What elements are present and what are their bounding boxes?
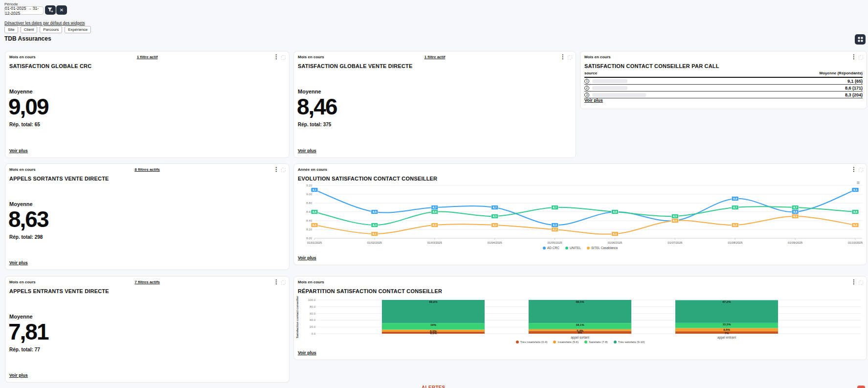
legend-item[interactable]: AD CRC: [543, 246, 559, 250]
active-filters-link[interactable]: 1 filtre actif: [137, 55, 158, 59]
point-label: 8,3: [853, 224, 857, 227]
segment-label: 7%: [725, 332, 729, 335]
tag-list: Site Client Parcours Expérience: [4, 26, 91, 33]
point-label: 8,7: [433, 206, 437, 209]
table-row[interactable]: 3 8,3 (204): [584, 91, 863, 98]
drag-handle-icon[interactable]: [859, 55, 863, 60]
card-satisfaction-par-call: Mois en cours ⋮ SATISFACTION CONTACT CON…: [580, 51, 867, 109]
stacked-bar-chart: 100.080.060.040.020.00.0Satisfaction con…: [294, 276, 868, 340]
point-label: 8,1: [613, 232, 617, 235]
legend-dot-icon: [543, 247, 546, 250]
tag-parcours[interactable]: Parcours: [40, 26, 62, 33]
legend-item[interactable]: Très insatisfaits (0-4): [516, 341, 548, 343]
point-label: 8,6: [613, 210, 617, 213]
drag-handle-icon[interactable]: [281, 168, 286, 172]
active-filters-link[interactable]: 1 filtre actif: [424, 55, 445, 59]
card-menu-icon[interactable]: ⋮: [851, 54, 857, 59]
voir-plus-link[interactable]: Voir plus: [9, 373, 28, 378]
voir-plus-link[interactable]: Voir plus: [584, 98, 603, 103]
point-label: 8,6: [433, 210, 437, 213]
card-title: APPELS ENTRANTS VENTE DIRECTE: [9, 288, 109, 294]
segment-label: 18,1%: [576, 323, 584, 326]
metric-total: Rép. total: 298: [9, 234, 43, 240]
card-satisfaction-crc: Mois en cours 1 filtre actif ⋮ SATISFACT…: [5, 51, 289, 158]
close-icon: ✕: [60, 7, 64, 13]
drag-handle-icon[interactable]: [568, 55, 572, 60]
voir-plus-link[interactable]: Voir plus: [9, 148, 28, 153]
point-label: 8,3: [312, 224, 316, 227]
legend-item[interactable]: UNITEL: [565, 246, 581, 250]
table-row[interactable]: 1 9,1 (65): [584, 78, 863, 85]
redacted-source-name: [592, 79, 627, 83]
x-category-label: appel sortant: [571, 336, 589, 340]
x-tick-label: 01/03/2025: [427, 241, 443, 244]
segment-label: 67,2%: [722, 300, 731, 303]
voir-plus-link[interactable]: Voir plus: [298, 350, 316, 355]
table-row[interactable]: 2 8,6 (171): [584, 85, 863, 91]
funnel-plus-icon: [47, 7, 53, 13]
segment-label: 68,9%: [429, 300, 438, 303]
tag-client[interactable]: Client: [21, 26, 37, 33]
active-filters-link[interactable]: 7 filtres actifs: [134, 280, 160, 284]
legend-dot-icon: [565, 247, 568, 250]
legend-dot-icon: [553, 341, 556, 343]
point-label: 8,3: [433, 224, 437, 227]
filter-add-button[interactable]: [45, 5, 56, 15]
segment-label: 5,4%: [577, 329, 583, 332]
card-period-label: Mois en cours: [584, 55, 611, 59]
bar-segment-Très satisfaits (9-10): [382, 300, 485, 323]
legend-dot-icon: [584, 341, 587, 343]
y-axis-title: Satisfaction contact conseiller: [296, 296, 299, 338]
date-range-input[interactable]: 01-01-2025 → 31-12-2025: [4, 6, 44, 15]
card-menu-icon[interactable]: ⋮: [273, 167, 279, 172]
legend-item[interactable]: Très satisfaits (9-10): [614, 341, 645, 343]
tag-experience[interactable]: Expérience: [65, 26, 91, 33]
point-label: 8,7: [793, 206, 797, 209]
card-satisfaction-vente-directe: Mois en cours 1 filtre actif ⋮ SATISFACT…: [293, 51, 576, 158]
y-tick-label: 0.0: [312, 332, 316, 335]
legend-item[interactable]: Satisfaits (7-8): [584, 341, 608, 343]
point-label: 8,5: [673, 215, 677, 218]
redacted-source-name: [592, 86, 627, 90]
card-period-label: Mois en cours: [9, 167, 36, 172]
y-tick-label: 8.00: [306, 237, 312, 240]
drag-handle-icon[interactable]: [281, 55, 286, 60]
y-tick-label: 60.0: [310, 312, 315, 315]
point-label: 8,2: [553, 228, 557, 231]
metric-value: 7,81: [8, 319, 48, 345]
legend-label: SITEL Casablanca: [591, 246, 618, 250]
card-menu-icon[interactable]: ⋮: [273, 279, 279, 284]
clear-filter-button[interactable]: ✕: [56, 5, 67, 15]
legend-item[interactable]: SITEL Casablanca: [587, 246, 618, 250]
segment-label: 68,5%: [576, 300, 584, 303]
voir-plus-link[interactable]: Voir plus: [298, 255, 316, 260]
row-value: 8,6 (171): [845, 86, 863, 91]
line-chart: 9.209.008.808.608.408.208.0001/01/202501…: [294, 164, 868, 245]
x-tick-label: 01/02/2025: [367, 241, 382, 244]
disable-default-dates-link[interactable]: Désactiver les dates par défaut des widg…: [4, 21, 85, 25]
voir-plus-link[interactable]: Voir plus: [298, 148, 316, 153]
y-tick-label: 8.80: [306, 202, 312, 205]
x-tick-label: 01/10/2025: [848, 241, 863, 244]
card-menu-icon[interactable]: ⋮: [560, 54, 566, 59]
point-label: 8,4: [673, 219, 677, 222]
card-menu-icon[interactable]: ⋮: [273, 54, 279, 59]
row-number: 3: [584, 92, 589, 97]
line-chart-legend: AD CRC UNITEL SITEL Casablanca: [294, 246, 867, 250]
alerts-icon[interactable]: [857, 386, 865, 388]
point-label: 8,6: [312, 210, 316, 213]
bar-segment-Très satisfaits (9-10): [675, 300, 778, 322]
legend-item[interactable]: Insatisfaits (5-6): [553, 341, 579, 343]
widgets-grid-button[interactable]: [855, 34, 866, 45]
legend-dot-icon: [614, 341, 617, 343]
y-tick-label: 80.0: [310, 305, 315, 308]
card-title: SATISFACTION CONTACT CONSEILLER PAR CALL: [584, 63, 719, 69]
y-tick-label: 8.40: [306, 219, 312, 222]
point-label: 8,6: [373, 210, 377, 213]
active-filters-link[interactable]: 8 filtres actifs: [134, 167, 160, 172]
drag-handle-icon[interactable]: [281, 280, 286, 285]
voir-plus-link[interactable]: Voir plus: [9, 260, 28, 265]
tag-site[interactable]: Site: [4, 26, 18, 33]
card-period-label: Mois en cours: [298, 55, 324, 59]
point-label: 8,7: [553, 206, 557, 209]
